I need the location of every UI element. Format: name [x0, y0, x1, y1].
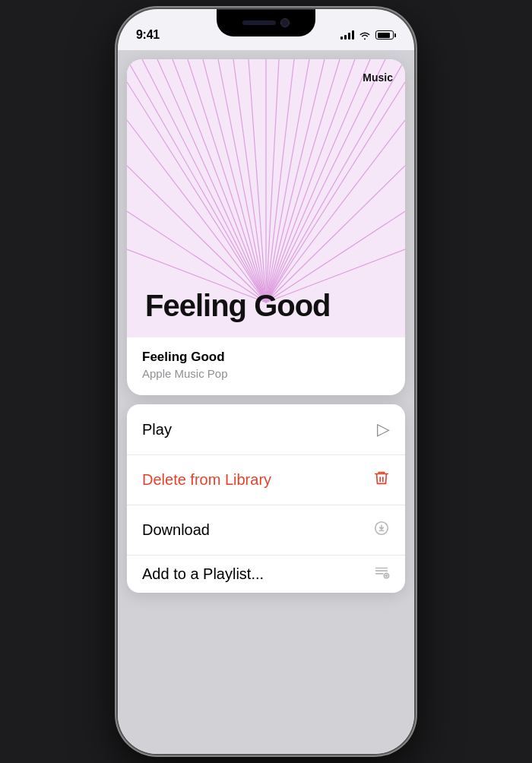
download-icon [373, 520, 390, 541]
menu-item-add-playlist-label: Add to a Playlist... [142, 565, 264, 583]
menu-item-delete[interactable]: Delete from Library [127, 454, 405, 505]
battery-icon [375, 30, 396, 40]
add-playlist-icon [373, 564, 390, 585]
menu-item-download[interactable]: Download [127, 505, 405, 555]
play-icon: ▷ [377, 419, 390, 439]
menu-item-play-label: Play [142, 421, 172, 438]
menu-item-play[interactable]: Play ▷ [127, 404, 405, 454]
signal-bars-icon [340, 30, 354, 40]
trash-icon [373, 470, 390, 491]
main-content: Music Feeling Good Feeling Good Apple Mu… [118, 50, 414, 754]
menu-item-download-label: Download [142, 521, 210, 539]
album-artwork: Music Feeling Good [127, 59, 405, 337]
menu-item-delete-label: Delete from Library [142, 471, 271, 489]
apple-music-label: Music [363, 71, 393, 84]
album-name: Feeling Good [142, 350, 390, 365]
apple-music-badge: Music [359, 71, 393, 84]
notch-camera [280, 18, 290, 27]
menu-item-add-playlist[interactable]: Add to a Playlist... [127, 555, 405, 593]
status-icons [340, 30, 396, 40]
album-card: Music Feeling Good Feeling Good Apple Mu… [127, 59, 405, 395]
album-title-large: Feeling Good [145, 289, 387, 322]
status-time: 9:41 [136, 28, 160, 42]
wifi-icon [359, 30, 371, 40]
album-title-overlay: Feeling Good [145, 289, 387, 322]
notch-speaker [242, 21, 276, 25]
phone-frame: 9:41 [118, 9, 414, 754]
album-info: Feeling Good Apple Music Pop [127, 337, 405, 395]
album-artist: Apple Music Pop [142, 367, 390, 380]
notch [217, 9, 315, 36]
context-menu: Play ▷ Delete from Library Download [127, 404, 405, 593]
